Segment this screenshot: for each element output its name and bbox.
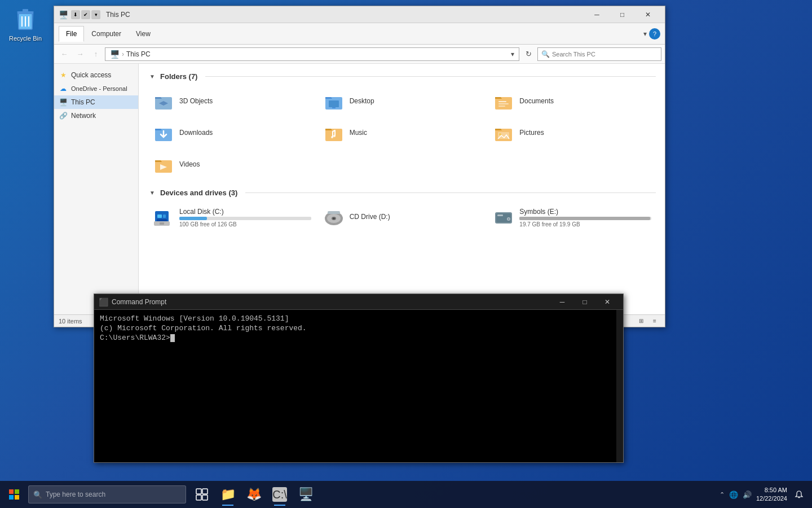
path-dropdown[interactable]: ▾ <box>511 50 514 58</box>
taskbar-app-display[interactable]: 🖥️ <box>293 482 318 507</box>
thispc-icon: 🖥️ <box>59 98 68 107</box>
drive-d-icon <box>323 206 345 229</box>
svg-point-31 <box>333 218 335 220</box>
folder-pictures[interactable]: Pictures <box>488 118 656 147</box>
view-tiles-button[interactable]: ⊞ <box>636 316 647 327</box>
drive-e-size: 19.7 GB free of 19.9 GB <box>519 221 651 227</box>
folder-videos[interactable]: Videos <box>148 150 316 179</box>
drive-e-name: Symbols (E:) <box>519 208 651 216</box>
folders-grid: 3D Objects Desktop <box>148 86 656 179</box>
up-button[interactable]: ↑ <box>89 47 103 61</box>
close-button[interactable]: ✕ <box>635 6 660 23</box>
search-input[interactable] <box>552 51 657 58</box>
path-computer-icon: 🖥️ <box>110 50 120 59</box>
status-bar-right: ⊞ ≡ <box>636 316 660 327</box>
tab-computer[interactable]: Computer <box>84 26 129 42</box>
taskbar-app-taskview[interactable] <box>189 482 214 507</box>
ribbon-right: ▾ ? <box>643 28 660 40</box>
svg-point-20 <box>499 133 501 135</box>
ribbon: File Computer View ▾ ? <box>54 23 665 45</box>
taskbar-app-cmd[interactable]: C:\ <box>267 482 292 507</box>
svg-rect-9 <box>332 107 336 108</box>
folder-downloads-label: Downloads <box>179 129 213 137</box>
cmd-minimize-button[interactable]: ─ <box>551 294 573 310</box>
svg-rect-11 <box>498 101 506 102</box>
svg-point-17 <box>333 135 336 137</box>
address-path[interactable]: 🖥️ › This PC ▾ <box>105 47 519 61</box>
folder-music[interactable]: Music <box>318 118 486 147</box>
folder-documents[interactable]: Documents <box>488 86 656 116</box>
tab-view[interactable]: View <box>129 26 158 42</box>
tray-network-icon[interactable]: 🌐 <box>728 489 739 500</box>
svg-rect-19 <box>498 132 509 139</box>
cmd-window: ⬛ Command Prompt ─ □ ✕ Microsoft Windows… <box>94 294 624 463</box>
sidebar-quick-access-label: Quick access <box>71 71 111 79</box>
ribbon-help-icon[interactable]: ? <box>649 28 660 40</box>
search-box[interactable]: 🔍 <box>537 47 661 61</box>
drive-d[interactable]: CD Drive (D:) <box>318 203 486 232</box>
sidebar-item-network[interactable]: 🔗 Network <box>54 109 138 122</box>
qat-icon-2[interactable]: ✔ <box>81 10 90 19</box>
task-view-icon <box>196 488 208 501</box>
svg-rect-45 <box>202 495 208 500</box>
folder-desktop[interactable]: Desktop <box>318 86 486 116</box>
drive-c[interactable]: Local Disk (C:) 100 GB free of 126 GB <box>148 203 316 232</box>
explorer-window: 🖥️ ⬇ ✔ ▾ This PC ─ □ ✕ File Computer Vie… <box>54 6 665 327</box>
taskbar-search-text: Type here to search <box>46 491 105 498</box>
forward-button[interactable]: → <box>73 47 87 61</box>
ribbon-collapse-icon[interactable]: ▾ <box>643 30 647 38</box>
svg-rect-38 <box>9 489 14 494</box>
recycle-bin-label: Recycle Bin <box>9 35 42 42</box>
sidebar-item-thispc[interactable]: 🖥️ This PC <box>54 95 138 109</box>
cmd-maximize-button[interactable]: □ <box>573 294 596 310</box>
refresh-button[interactable]: ↻ <box>522 47 535 61</box>
drive-e[interactable]: Symbols (E:) 19.7 GB free of 19.9 GB <box>488 203 656 232</box>
sidebar-thispc-label: This PC <box>71 98 95 106</box>
tab-file[interactable]: File <box>59 26 84 42</box>
cmd-controls: ─ □ ✕ <box>551 294 619 310</box>
cmd-prompt: C:\Users\RLWA32> <box>100 334 170 342</box>
folder-music-label: Music <box>350 129 367 137</box>
notification-button[interactable] <box>791 481 807 508</box>
recycle-bin[interactable]: Recycle Bin <box>6 6 45 42</box>
taskbar-app-firefox[interactable]: 🦊 <box>241 482 266 507</box>
items-count: 10 items <box>59 318 82 325</box>
cmd-scrollbar[interactable] <box>616 310 623 462</box>
folder-pictures-icon <box>492 121 515 144</box>
maximize-button[interactable]: □ <box>610 6 635 23</box>
path-separator: › <box>122 50 124 58</box>
tray-volume-icon[interactable]: 🔊 <box>742 489 753 500</box>
taskbar-app-explorer[interactable]: 📁 <box>215 482 240 507</box>
display-icon: 🖥️ <box>298 487 314 502</box>
minimize-button[interactable]: ─ <box>584 6 610 23</box>
taskbar-search[interactable]: 🔍 Type here to search <box>28 485 186 503</box>
qat-dropdown[interactable]: ▾ <box>91 10 100 19</box>
system-tray: ⌃ 🌐 🔊 8:50 AM 12/22/2024 <box>714 481 812 508</box>
drive-e-bar <box>519 217 650 220</box>
drives-toggle[interactable]: ▼ <box>148 188 157 197</box>
cmd-close-button[interactable]: ✕ <box>596 294 619 310</box>
folder-documents-icon <box>492 90 515 112</box>
window-title: This PC <box>106 11 130 19</box>
window-controls: ─ □ ✕ <box>584 6 660 23</box>
folder-downloads[interactable]: Downloads <box>148 118 316 147</box>
title-bar-left: 🖥️ ⬇ ✔ ▾ This PC <box>59 10 130 19</box>
view-list-button[interactable]: ≡ <box>649 316 660 327</box>
sidebar-item-quick-access[interactable]: ★ Quick access <box>54 68 138 82</box>
start-button[interactable] <box>0 481 28 508</box>
clock[interactable]: 8:50 AM 12/22/2024 <box>756 486 787 503</box>
back-button[interactable]: ← <box>58 47 71 61</box>
folders-toggle[interactable]: ▼ <box>148 72 157 81</box>
tray-up-arrow[interactable]: ⌃ <box>718 490 726 500</box>
search-icon: 🔍 <box>541 50 550 58</box>
sidebar-item-onedrive[interactable]: ☁ OneDrive - Personal <box>54 82 138 95</box>
svg-point-16 <box>331 136 333 138</box>
qat-icon-1[interactable]: ⬇ <box>71 10 80 19</box>
quick-access-toolbar: ⬇ ✔ ▾ <box>71 10 100 19</box>
taskbar-apps: 📁 🦊 C:\ 🖥️ <box>189 482 318 507</box>
content-area: ▼ Folders (7) 3D Ob <box>139 64 665 314</box>
cmd-content[interactable]: Microsoft Windows [Version 10.0.19045.51… <box>94 310 616 462</box>
svg-rect-2 <box>23 9 28 12</box>
svg-rect-12 <box>498 103 509 104</box>
folder-3d-objects[interactable]: 3D Objects <box>148 86 316 116</box>
